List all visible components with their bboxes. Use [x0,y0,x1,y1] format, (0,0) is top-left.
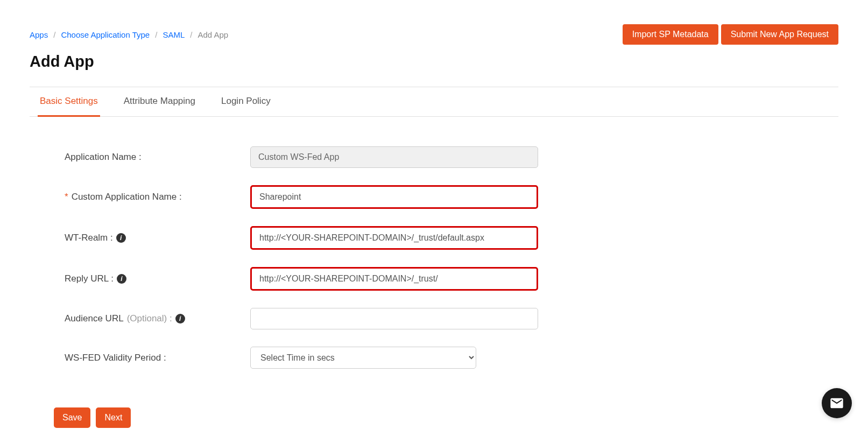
breadcrumb: Apps / Choose Application Type / SAML / … [30,30,228,39]
breadcrumb-sep: / [155,30,157,39]
save-button[interactable]: Save [54,407,90,428]
wt-realm-input[interactable] [250,226,538,250]
next-button[interactable]: Next [96,407,131,428]
optional-text: (Optional) : [127,313,172,324]
audience-url-label: Audience URL (Optional) : i [65,313,250,324]
reply-url-input[interactable] [250,267,538,291]
custom-app-name-label-text: Custom Application Name : [72,192,182,202]
info-icon[interactable]: i [175,314,185,323]
reply-url-label: Reply URL : i [65,273,250,284]
page-title: Add App [30,53,838,71]
custom-application-name-input[interactable] [250,185,538,209]
chat-widget-button[interactable] [822,388,852,418]
wt-realm-label-text: WT-Realm : [65,233,113,243]
tabs: Basic Settings Attribute Mapping Login P… [30,87,838,117]
tab-attribute-mapping[interactable]: Attribute Mapping [122,87,197,117]
wt-realm-label: WT-Realm : i [65,233,250,243]
info-icon[interactable]: i [117,274,126,284]
info-icon[interactable]: i [116,233,126,243]
breadcrumb-apps[interactable]: Apps [30,30,48,39]
tab-basic-settings[interactable]: Basic Settings [38,87,100,117]
breadcrumb-saml[interactable]: SAML [163,30,185,39]
application-name-label: Application Name : [65,152,250,163]
reply-url-label-text: Reply URL : [65,273,114,284]
custom-application-name-label: *Custom Application Name : [65,192,250,202]
required-mark: * [65,192,68,202]
application-name-input [250,146,538,168]
submit-new-app-request-button[interactable]: Submit New App Request [721,24,838,45]
mail-icon [829,396,844,411]
import-sp-metadata-button[interactable]: Import SP Metadata [623,24,718,45]
breadcrumb-sep: / [53,30,55,39]
audience-url-input[interactable] [250,308,538,329]
breadcrumb-choose-type[interactable]: Choose Application Type [61,30,150,39]
tab-login-policy[interactable]: Login Policy [219,87,273,117]
validity-period-label: WS-FED Validity Period : [65,353,250,363]
breadcrumb-sep: / [190,30,192,39]
validity-period-select[interactable]: Select Time in secs [250,347,476,369]
breadcrumb-current: Add App [197,30,228,39]
audience-url-label-text: Audience URL [65,313,124,324]
